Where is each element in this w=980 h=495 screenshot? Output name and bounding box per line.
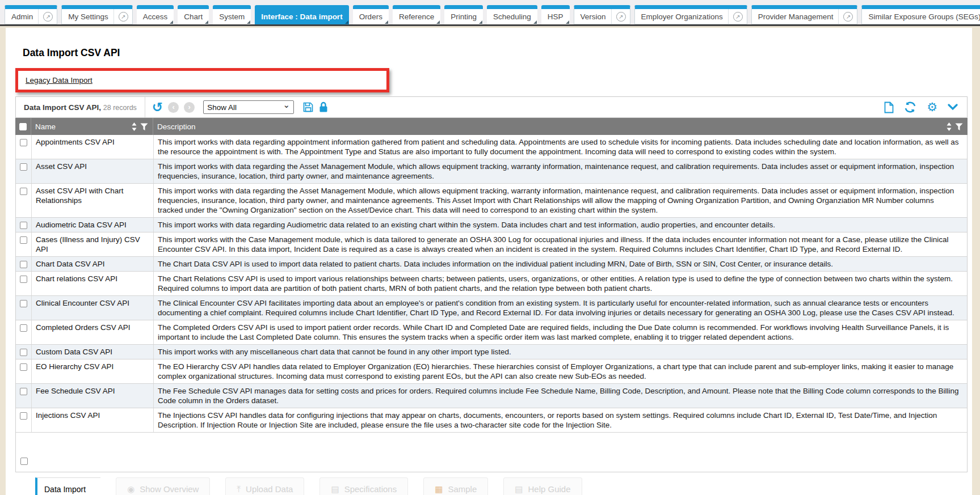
new-row-checkbox[interactable] <box>20 458 28 465</box>
row-checkbox-cell <box>16 159 32 183</box>
table-row-appointments-csv-api[interactable]: Appointments CSV APIThis import works wi… <box>16 135 967 159</box>
nav-tab-label: Interface : Data import <box>261 12 342 21</box>
table-row-chart-relations-csv-api[interactable]: Chart relations CSV APIThe Chart Relatio… <box>16 272 967 296</box>
previous-icon[interactable]: ‹ <box>168 102 179 113</box>
row-name: Audiometric Data CSV API <box>32 218 154 232</box>
table-row-audiometric-data-csv-api[interactable]: Audiometric Data CSV APIThis import work… <box>16 218 967 232</box>
row-checkbox[interactable] <box>20 388 27 395</box>
book-icon: ▤ <box>515 485 523 493</box>
row-name: Clinical Encounter CSV API <box>32 296 154 320</box>
open-new-window-icon[interactable]: ↗ <box>43 12 53 22</box>
show-overview-button[interactable]: ◉Show Overview <box>116 477 210 495</box>
save-icon[interactable] <box>302 101 314 113</box>
filter-name-icon[interactable] <box>140 123 148 130</box>
nav-tab-label: HSP <box>548 12 563 21</box>
table-row-new[interactable] <box>16 454 967 472</box>
tab-data-import[interactable]: Data Import <box>35 477 100 495</box>
nav-tab-access[interactable]: Access <box>137 5 174 24</box>
sort-description-icon[interactable] <box>947 122 952 131</box>
undo-icon[interactable]: ↺ <box>152 101 163 113</box>
popup-icon-wrap: ↗ <box>38 9 53 24</box>
chevron-down-icon[interactable] <box>948 104 958 111</box>
nav-tab-scheduling[interactable]: Scheduling <box>487 5 537 24</box>
nav-tab-employer-organizations[interactable]: Employer Organizations↗ <box>634 5 747 24</box>
table-row-clinical-encounter-csv-api[interactable]: Clinical Encounter CSV APIThe Clinical E… <box>16 296 967 320</box>
specifications-button[interactable]: ▤Specifications <box>319 477 408 495</box>
row-description: The Chart Relations CSV API is used to i… <box>154 272 967 295</box>
next-icon[interactable]: › <box>184 102 195 113</box>
row-checkbox-cell <box>16 184 32 217</box>
nav-tab-orders[interactable]: Orders <box>353 5 389 24</box>
column-header-description: Description <box>157 122 196 131</box>
table-row-custom-data-csv-api[interactable]: Custom Data CSV APIThis import works wit… <box>16 345 967 359</box>
upload-data-label: Upload Data <box>246 484 293 494</box>
grid-toolbar: Data Import CSV API, 28 records ↺ ‹ › Sh… <box>15 96 968 118</box>
nav-tab-label: Provider Management <box>758 12 834 21</box>
row-name: Chart relations CSV API <box>32 272 154 295</box>
row-checkbox[interactable] <box>20 261 27 268</box>
help-guide-button[interactable]: ▤Help Guide <box>503 477 582 495</box>
row-name: Appointments CSV API <box>32 135 154 159</box>
row-checkbox-cell <box>16 408 32 432</box>
table-row-eo-hierarchy-csv-api[interactable]: EO Hierarchy CSV APIThe EO Hierarchy CSV… <box>16 359 967 384</box>
select-all-checkbox[interactable] <box>19 123 27 130</box>
new-document-icon[interactable] <box>884 101 894 113</box>
row-checkbox[interactable] <box>20 300 27 307</box>
sample-button[interactable]: ▦Sample <box>423 477 488 495</box>
row-name: Cases (Illness and Injury) CSV API <box>32 232 154 256</box>
popup-icon-wrap: ↗ <box>728 9 743 24</box>
nav-tab-my-settings[interactable]: My Settings↗ <box>61 5 133 24</box>
refresh-icon[interactable] <box>904 101 916 113</box>
nav-tab-chart[interactable]: Chart <box>178 5 209 24</box>
row-checkbox[interactable] <box>20 139 27 146</box>
open-new-window-icon[interactable]: ↗ <box>843 12 853 22</box>
filter-select[interactable]: Show All <box>203 100 294 114</box>
row-description: This import works with data regarding th… <box>154 184 967 217</box>
gear-icon[interactable]: ⚙ <box>927 102 937 112</box>
nav-tab-label: Scheduling <box>493 12 531 21</box>
table-row-asset-csv-api-with-chart-relationships[interactable]: Asset CSV API with Chart RelationshipsTh… <box>16 184 967 218</box>
sort-name-icon[interactable] <box>132 122 137 131</box>
table-row-injections-csv-api[interactable]: Injections CSV APIThe Injections CSV API… <box>16 408 967 433</box>
row-checkbox-cell <box>16 359 32 383</box>
nav-tab-similar-exposure-groups-segs[interactable]: Similar Exposure Groups (SEGs)↗ <box>861 5 980 24</box>
open-new-window-icon[interactable]: ↗ <box>733 12 743 22</box>
open-new-window-icon[interactable]: ↗ <box>616 12 626 22</box>
calendar-icon: ▦ <box>435 485 443 493</box>
table-row-fee-schedule-csv-api[interactable]: Fee Schedule CSV APIThe Fee Schedule CSV… <box>16 384 967 408</box>
row-checkbox-cell <box>16 257 32 271</box>
row-checkbox[interactable] <box>20 236 27 244</box>
row-checkbox[interactable] <box>20 324 27 332</box>
nav-tab-printing[interactable]: Printing <box>444 5 483 24</box>
row-checkbox[interactable] <box>20 163 27 171</box>
nav-tab-version[interactable]: Version↗ <box>574 5 630 24</box>
nav-tab-reference[interactable]: Reference <box>393 5 440 24</box>
upload-data-button[interactable]: ⤒Upload Data <box>225 477 304 495</box>
specifications-label: Specifications <box>344 484 397 494</box>
row-checkbox[interactable] <box>20 222 27 229</box>
row-checkbox[interactable] <box>20 188 27 195</box>
nav-tab-hsp[interactable]: HSP <box>541 5 570 24</box>
grid-title-text: Data Import CSV API, <box>24 103 101 112</box>
nav-tab-system[interactable]: System <box>213 5 251 24</box>
table-row-asset-csv-api[interactable]: Asset CSV APIThis import works with data… <box>16 159 967 184</box>
table-row-chart-data-csv-api[interactable]: Chart Data CSV APIThe Chart Data CSV API… <box>16 257 967 272</box>
nav-tab-interface-data-import[interactable]: Interface : Data import <box>255 5 348 24</box>
row-checkbox-cell <box>16 296 32 320</box>
row-checkbox[interactable] <box>20 276 27 283</box>
legacy-data-import-link[interactable]: Legacy Data Import <box>26 76 92 84</box>
row-checkbox[interactable] <box>20 412 27 420</box>
nav-tab-admin[interactable]: Admin↗ <box>5 5 57 24</box>
table-row-completed-orders-csv-api[interactable]: Completed Orders CSV APIThe Completed Or… <box>16 320 967 345</box>
table-row-cases-illness-and-injury-csv-api[interactable]: Cases (Illness and Injury) CSV APIThis i… <box>16 232 967 257</box>
nav-tab-provider-management[interactable]: Provider Management↗ <box>751 5 858 24</box>
row-checkbox[interactable] <box>20 349 27 356</box>
filter-description-icon[interactable] <box>955 123 963 130</box>
row-checkbox-cell <box>16 135 32 159</box>
row-description: The Completed Orders CSV API is used to … <box>154 320 967 344</box>
open-new-window-icon[interactable]: ↗ <box>119 12 128 22</box>
grid-title: Data Import CSV API, 28 records <box>16 103 145 112</box>
nav-tab-label: Admin <box>11 12 33 21</box>
row-checkbox[interactable] <box>20 363 27 371</box>
lock-icon[interactable] <box>319 101 328 113</box>
